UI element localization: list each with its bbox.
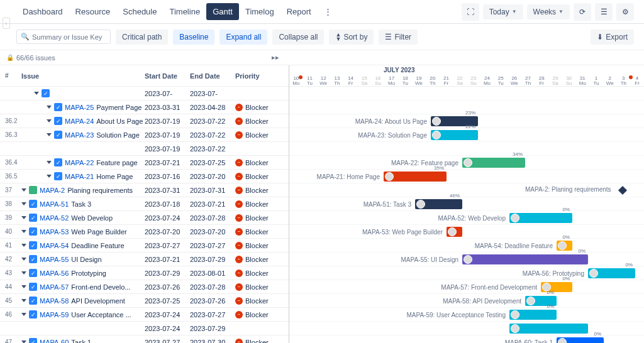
gantt-row[interactable]: MAPA-23: Solution Page22%	[289, 128, 644, 142]
expand-icon[interactable]	[47, 106, 52, 109]
expand-icon[interactable]	[21, 202, 26, 205]
gantt-bar[interactable]: MAPA-56: Prototyping0%	[588, 268, 635, 278]
table-row[interactable]: 46✓MAPA-59User Acceptance ...2023-07-242…	[0, 308, 289, 322]
tab-gantt[interactable]: Gantt	[206, 3, 239, 20]
gantt-row[interactable]	[289, 87, 644, 101]
table-row[interactable]: 39✓MAPA-52Web Develop2023-07-242023-07-2…	[0, 211, 289, 225]
settings-button[interactable]: ⚙	[616, 3, 634, 21]
issue-key[interactable]: MAPA-22	[65, 159, 94, 166]
expand-icon[interactable]	[21, 313, 26, 316]
table-row[interactable]: 38✓MAPA-51Task 32023-07-182023-07-21−Blo…	[0, 197, 289, 211]
gantt-row[interactable]: MAPA-21: Home Page35%	[289, 170, 644, 183]
gantt-bar[interactable]: MAPA-51: Task 346%	[415, 199, 462, 209]
gantt-chart[interactable]: JULY 2023 10Mo11Tu12We13Th14Fr15Sa16Su17…	[289, 65, 644, 343]
tab-dashboard[interactable]: Dashboard	[16, 3, 69, 20]
table-row[interactable]: 36.4✓MAPA-22Feature page2023-07-212023-0…	[0, 156, 289, 170]
table-row[interactable]: 41✓MAPA-54Deadline Feature2023-07-272023…	[0, 239, 289, 253]
issue-key[interactable]: MAPA-23	[65, 131, 94, 139]
table-row[interactable]: 36.2✓MAPA-24About Us Page2023-07-192023-…	[0, 114, 289, 128]
gantt-row[interactable]: MAPA-60: Task 10%	[289, 335, 644, 343]
gantt-row[interactable]: MAPA-57: Front-end Development0%	[289, 280, 644, 294]
table-row[interactable]: 36.3✓MAPA-23Solution Page2023-07-192023-…	[0, 128, 289, 142]
table-row[interactable]: 47✓MAPA-60Task 12023-07-272023-07-30−Blo…	[0, 335, 289, 343]
gantt-bar[interactable]: MAPA-52: Web Develop0%	[509, 213, 572, 223]
issue-key[interactable]: MAPA-52	[40, 214, 69, 222]
expand-icon[interactable]	[21, 188, 26, 192]
issue-key[interactable]: MAPA-21	[65, 173, 94, 180]
gantt-row[interactable]: MAPA-22: Feature page34%	[289, 156, 644, 170]
issue-key[interactable]: MAPA-51	[40, 200, 69, 208]
issue-key[interactable]: MAPA-58	[40, 297, 69, 305]
table-row[interactable]: 45✓MAPA-58API Development2023-07-252023-…	[0, 294, 289, 308]
table-row[interactable]: 43✓MAPA-56Prototyping2023-07-292023-08-0…	[0, 266, 289, 280]
issue-key[interactable]: MAPA-57	[40, 283, 69, 291]
gantt-bar[interactable]: MAPA-57: Front-end Development0%	[541, 282, 572, 292]
today-button[interactable]: Today ▼	[483, 4, 523, 19]
baseline-button[interactable]: Baseline	[173, 30, 214, 45]
sort-button[interactable]: ▲▼ Sort by	[329, 30, 374, 45]
expand-icon[interactable]	[21, 271, 26, 275]
sliders-button[interactable]: ☰	[595, 3, 613, 21]
expand-icon[interactable]	[21, 299, 26, 302]
col-header-issue[interactable]: Issue	[21, 72, 145, 80]
issue-key[interactable]: MAPA-2	[40, 187, 65, 194]
tab-timelog[interactable]: Timelog	[239, 3, 280, 20]
gantt-row[interactable]: MAPA-55: UI Design0%	[289, 253, 644, 266]
issue-key[interactable]: MAPA-24	[65, 117, 94, 125]
table-row[interactable]: 2023-07-242023-07-29	[0, 322, 289, 335]
tab-report[interactable]: Report	[280, 3, 318, 20]
issue-key[interactable]: MAPA-60	[40, 339, 69, 344]
issue-key[interactable]: MAPA-25	[65, 104, 94, 111]
filter-button[interactable]: ☰ Filter	[379, 30, 418, 45]
expand-icon[interactable]	[21, 258, 26, 261]
gantt-bar[interactable]: MAPA-55: UI Design0%	[462, 254, 588, 264]
expand-icon[interactable]	[21, 216, 26, 219]
expand-icon[interactable]	[47, 133, 52, 136]
gantt-bar[interactable]: MAPA-54: Deadline Feature0%	[557, 241, 572, 251]
gantt-row[interactable]: MAPA-52: Web Develop0%	[289, 211, 644, 225]
tab-more[interactable]: ⋮	[318, 3, 338, 20]
gantt-bar[interactable]: MAPA-59: User Acceptance Testing0%	[509, 310, 557, 320]
expand-icon[interactable]	[21, 285, 26, 288]
table-row[interactable]: 44✓MAPA-57Front-end Develo...2023-07-262…	[0, 280, 289, 294]
gantt-bar[interactable]: MAPA-21: Home Page35%	[384, 172, 447, 182]
gantt-bar[interactable]: MAPA-53: Web Page Builder	[447, 227, 462, 237]
export-button[interactable]: ⬇ Export	[591, 30, 634, 45]
table-row[interactable]: 42✓MAPA-55UI Design2023-07-212023-07-29−…	[0, 253, 289, 266]
refresh-button[interactable]: ⟳	[574, 3, 591, 21]
gantt-row[interactable]	[289, 142, 644, 156]
expand-icon[interactable]	[47, 119, 52, 122]
issue-key[interactable]: MAPA-54	[40, 242, 69, 249]
tab-resource[interactable]: Resource	[69, 3, 117, 20]
issue-key[interactable]: MAPA-55	[40, 256, 69, 263]
gantt-bar[interactable]: MAPA-22: Feature page34%	[462, 158, 525, 168]
issue-key[interactable]: MAPA-56	[40, 270, 69, 277]
table-row[interactable]: 36.5✓MAPA-21Home Page2023-07-162023-07-2…	[0, 170, 289, 183]
col-header-end[interactable]: End Date	[190, 72, 235, 80]
tab-schedule[interactable]: Schedule	[116, 3, 163, 20]
issue-key[interactable]: MAPA-53	[40, 228, 69, 236]
gantt-row[interactable]: MAPA-58: API Development0%	[289, 294, 644, 308]
table-row[interactable]: 37MAPA-2Planing requirements2023-07-3120…	[0, 183, 289, 197]
search-input[interactable]: 🔍Summary or Issue Key	[16, 30, 111, 44]
milestone-diamond[interactable]	[618, 186, 627, 195]
expand-icon[interactable]	[21, 340, 26, 343]
table-row[interactable]: ✓MAPA-25Payment Page2023-03-312023-04-28…	[0, 101, 289, 114]
expand-icon[interactable]	[21, 230, 26, 233]
gantt-row[interactable]	[289, 322, 644, 335]
gantt-row[interactable]: MAPA-51: Task 346%	[289, 197, 644, 211]
gantt-row[interactable]: MAPA-53: Web Page Builder	[289, 225, 644, 239]
expand-icon[interactable]	[47, 175, 52, 178]
table-row[interactable]: 2023-07-192023-07-22	[0, 142, 289, 156]
collapse-all-button[interactable]: Collapse all	[272, 30, 324, 45]
gantt-row[interactable]: MAPA-56: Prototyping0%	[289, 266, 644, 280]
collapse-panel-icon[interactable]: ▸▸	[272, 53, 279, 62]
gantt-bar[interactable]	[509, 324, 588, 334]
fullscreen-button[interactable]: ⛶	[462, 3, 479, 21]
gantt-row[interactable]: MAPA-2: Planing requirements	[289, 183, 644, 197]
expand-icon[interactable]	[47, 161, 52, 164]
gantt-row[interactable]: MAPA-54: Deadline Feature0%	[289, 239, 644, 253]
issue-key[interactable]: MAPA-59	[40, 311, 69, 318]
expand-icon[interactable]	[34, 92, 39, 95]
col-header-start[interactable]: Start Date	[145, 72, 190, 80]
